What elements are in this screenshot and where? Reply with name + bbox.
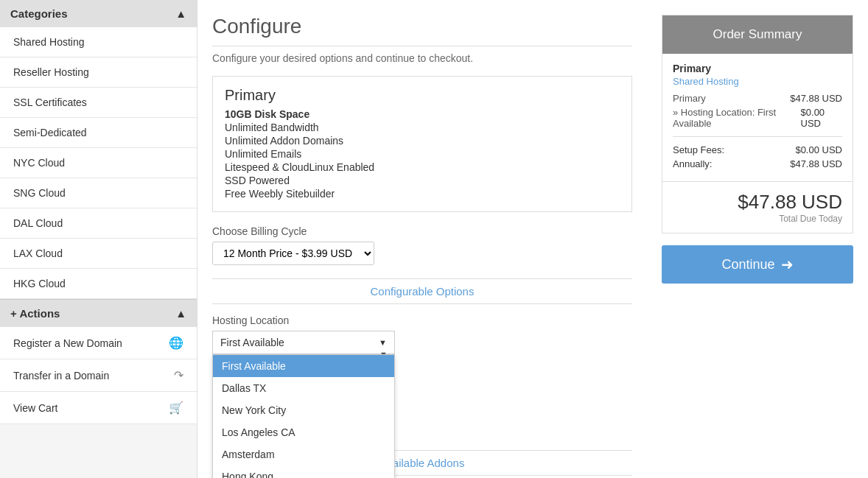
continue-label: Continue — [721, 257, 774, 273]
sidebar-item-reseller-hosting[interactable]: Reseller Hosting — [0, 57, 197, 88]
hosting-location-chevron-icon: ▼ — [379, 338, 387, 347]
categories-label: Categories — [10, 7, 68, 20]
categories-chevron-icon: ▲ — [175, 7, 186, 20]
annually-row: Annually: $47.88 USD — [673, 158, 842, 169]
billing-cycle-label: Choose Billing Cycle — [212, 225, 632, 237]
sidebar-action-icon-register-domain: 🌐 — [169, 336, 183, 350]
categories-header: Categories ▲ — [0, 0, 197, 27]
sidebar-action-register-domain[interactable]: Register a New Domain🌐 — [0, 327, 197, 359]
order-summary-box: Order Summary Primary Shared Hosting Pri… — [662, 15, 853, 233]
sidebar-action-view-cart[interactable]: View Cart🛒 — [0, 392, 197, 424]
right-panel: Order Summary Primary Shared Hosting Pri… — [647, 7, 853, 478]
order-summary-divider — [673, 136, 842, 137]
sidebar-item-dal-cloud[interactable]: DAL Cloud — [0, 208, 197, 239]
order-summary-rows: Primary$47.88 USD» Hosting Location: Fir… — [673, 93, 842, 129]
actions-header: + Actions ▲ — [0, 299, 197, 327]
annually-label: Annually: — [673, 158, 712, 169]
feature-item: SSD Powered — [225, 175, 620, 186]
dropdown-option-hong-kong[interactable]: Hong Kong — [213, 465, 394, 478]
feature-disk: 10GB Disk Space — [225, 108, 620, 120]
order-summary-row: Primary$47.88 USD — [673, 93, 842, 104]
sidebar-nav-list: Shared HostingReseller HostingSSL Certif… — [0, 27, 197, 299]
product-features: Unlimited BandwidthUnlimited Addon Domai… — [225, 122, 620, 200]
sidebar-action-icon-transfer-domain: ↷ — [174, 368, 183, 382]
sidebar-action-label: Register a New Domain — [13, 337, 122, 349]
sidebar-item-ssl-certificates[interactable]: SSL Certificates — [0, 88, 197, 118]
hosting-location-dropdown: First AvailableDallas TXNew York CityLos… — [212, 354, 395, 478]
annually-value: $47.88 USD — [790, 158, 842, 169]
order-total-due: Total Due Today — [673, 214, 842, 224]
order-total-amount: $47.88 USD — [673, 191, 842, 214]
main-content: Configure Configure your desired options… — [212, 7, 647, 478]
order-total-row: $47.88 USD Total Due Today — [662, 181, 853, 233]
feature-item: Unlimited Addon Domains — [225, 135, 620, 147]
order-row-label: Primary — [673, 93, 706, 104]
sidebar-item-lax-cloud[interactable]: LAX Cloud — [0, 239, 197, 269]
setup-fees-value: $0.00 USD — [795, 144, 842, 155]
continue-arrow-icon: ➜ — [781, 256, 794, 273]
continue-button[interactable]: Continue ➜ — [662, 245, 853, 284]
dropdown-option-new-york-city[interactable]: New York City — [213, 399, 394, 421]
subtitle: Configure your desired options and conti… — [212, 52, 632, 64]
feature-item: Free Weebly Sitebuilder — [225, 188, 620, 200]
actions-chevron-icon: ▲ — [175, 307, 186, 320]
order-summary-row: » Hosting Location: First Available$0.00… — [673, 107, 842, 129]
sidebar-item-hkg-cloud[interactable]: HKG Cloud — [0, 269, 197, 299]
feature-item: Unlimited Bandwidth — [225, 122, 620, 133]
order-summary-product-type: Shared Hosting — [673, 76, 842, 87]
sidebar-item-sng-cloud[interactable]: SNG Cloud — [0, 178, 197, 208]
sidebar-item-semi-dedicated[interactable]: Semi-Dedicated — [0, 118, 197, 148]
dropdown-option-first-available[interactable]: First Available — [213, 355, 394, 377]
order-summary-body: Primary Shared Hosting Primary$47.88 USD… — [662, 54, 853, 181]
order-row-value: $47.88 USD — [790, 93, 842, 104]
dropdown-option-amsterdam[interactable]: Amsterdam — [213, 443, 394, 465]
feature-item: Unlimited Emails — [225, 148, 620, 160]
feature-item: Litespeed & CloudLinux Enabled — [225, 161, 620, 173]
actions-label: + Actions — [10, 307, 60, 320]
configurable-options-title: Configurable Options — [212, 278, 632, 304]
billing-cycle-select[interactable]: 12 Month Price - $3.99 USD1 Month Price … — [212, 242, 374, 265]
hosting-location-fake-select[interactable]: First Available▼ — [212, 331, 395, 354]
sidebar-action-icon-view-cart: 🛒 — [169, 401, 183, 415]
sidebar-item-shared-hosting[interactable]: Shared Hosting — [0, 27, 197, 57]
hosting-location-value: First Available — [220, 337, 284, 348]
order-row-label: » Hosting Location: First Available — [673, 107, 801, 129]
plan-name: Primary — [225, 87, 620, 104]
sidebar-item-nyc-cloud[interactable]: NYC Cloud — [0, 148, 197, 178]
sidebar: Categories ▲ Shared HostingReseller Host… — [0, 0, 197, 478]
product-summary-box: Primary 10GB Disk Space Unlimited Bandwi… — [212, 76, 632, 212]
sidebar-action-transfer-domain[interactable]: Transfer in a Domain↷ — [0, 359, 197, 392]
page-title: Configure — [212, 15, 632, 46]
order-row-value: $0.00 USD — [801, 107, 842, 129]
dropdown-option-dallas-tx[interactable]: Dallas TX — [213, 377, 394, 399]
order-summary-header: Order Summary — [662, 15, 853, 54]
billing-cycle-section: Choose Billing Cycle 12 Month Price - $3… — [212, 225, 632, 265]
sidebar-action-label: View Cart — [13, 402, 57, 414]
sidebar-action-list: Register a New Domain🌐Transfer in a Doma… — [0, 327, 197, 424]
hosting-location-section: Hosting Location First Available▼ First … — [212, 314, 632, 354]
sidebar-action-label: Transfer in a Domain — [13, 370, 109, 382]
setup-fees-row: Setup Fees: $0.00 USD — [673, 144, 842, 155]
order-summary-product-name: Primary — [673, 63, 842, 74]
hosting-location-label: Hosting Location — [212, 314, 632, 326]
dropdown-option-los-angeles-ca[interactable]: Los Angeles CA — [213, 421, 394, 443]
setup-fees-label: Setup Fees: — [673, 144, 724, 155]
